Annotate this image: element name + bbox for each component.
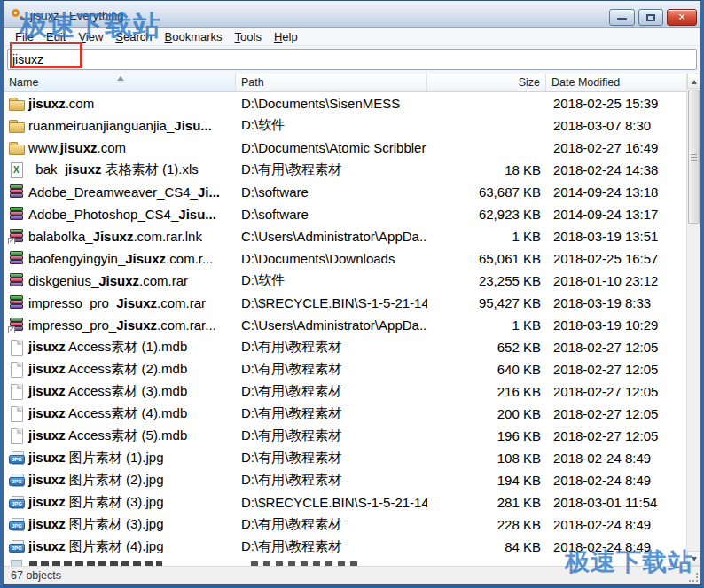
file-size: 63,687 KB — [427, 184, 546, 200]
column-header-date-modified[interactable]: Date Modified — [546, 74, 686, 91]
file-date-modified: 2018-03-01 11:54 — [546, 495, 686, 510]
file-path: D:\有用\教程素材 — [236, 361, 427, 378]
table-row[interactable]: jisuxz 图片素材 (4).jpg D:\有用\教程素材 84 KB 201… — [4, 536, 686, 558]
file-name: jisuxz 图片素材 (3).jpg — [28, 516, 164, 533]
menu-search[interactable]: Search — [109, 28, 158, 45]
file-path: D:\有用\教程素材 — [236, 472, 427, 489]
title-bar[interactable]: jisuxz - Everything ✕ — [0, 0, 704, 28]
table-row[interactable]: jisuxz.com D:\Documents\SisenMESS 2018-0… — [4, 92, 686, 114]
file-size: 18 KB — [427, 162, 546, 177]
table-row[interactable]: jisuxz Access素材 (5).mdb D:\有用\教程素材 196 K… — [4, 425, 686, 447]
menu-file[interactable]: File — [9, 28, 40, 45]
column-header-name[interactable]: Name — [4, 74, 236, 91]
file-name-cell: jisuxz 图片素材 (4).jpg — [4, 538, 236, 555]
file-path: D:\有用\教程素材 — [236, 383, 427, 400]
search-input[interactable] — [7, 49, 697, 70]
file-path: D:\Documents\Downloads — [236, 251, 427, 266]
file-name-cell: jisuxz Access素材 (3).mdb — [4, 383, 236, 400]
file-path: D:\有用\教程素材 — [236, 450, 427, 466]
everything-window: jisuxz - Everything ✕ File Edit View Sea… — [0, 0, 704, 588]
table-row[interactable]: balabolka_Jisuxz.com.rar.lnk C:\Users\Ad… — [4, 225, 686, 247]
table-row[interactable]: www.jisuxz.com D:\Documents\Atomic Scrib… — [4, 137, 686, 159]
file-date-modified: 2018-02-27 12:05 — [546, 428, 686, 443]
file-date-modified: 2018-02-27 12:05 — [546, 384, 686, 399]
document-icon — [9, 428, 24, 443]
file-name-cell: jisuxz 图片素材 (2).jpg — [4, 472, 236, 489]
vertical-scrollbar[interactable] — [686, 74, 700, 566]
file-path: D:\software — [236, 207, 427, 222]
magnifier-app-icon — [11, 8, 25, 22]
close-button[interactable]: ✕ — [667, 9, 697, 26]
menu-bookmarks[interactable]: Bookmarks — [159, 28, 229, 45]
file-date-modified: 2018-02-24 8:49 — [546, 451, 686, 466]
table-row[interactable]: jisuxz Access素材 (3).mdb D:\有用\教程素材 216 K… — [4, 380, 686, 403]
file-size: 84 KB — [427, 539, 546, 554]
maximize-icon — [646, 14, 655, 21]
table-row[interactable]: jisuxz Access素材 (1).mdb D:\有用\教程素材 652 K… — [4, 336, 686, 358]
table-row[interactable]: Adobe_Dreamweaver_CS4_Ji... D:\software … — [4, 181, 686, 203]
table-row[interactable]: Adobe_Photoshop_CS4_Jisu... D:\software … — [4, 203, 686, 225]
table-row[interactable]: impresso_pro_Jisuxz.com.rar D:\$RECYCLE.… — [4, 292, 686, 314]
file-path: C:\Users\Administrator\AppDa... — [236, 229, 427, 244]
table-row[interactable]: jisuxz 图片素材 (3).jpg D:\$RECYCLE.BIN\S-1-… — [4, 491, 686, 514]
file-size: 652 KB — [427, 340, 546, 355]
document-icon — [9, 384, 24, 399]
file-name-cell: jisuxz Access素材 (2).mdb — [4, 361, 236, 378]
scrollbar-thumb[interactable] — [688, 90, 700, 224]
file-name-cell: jisuxz 图片素材 (3).jpg — [4, 516, 236, 533]
table-row[interactable]: jisuxz 图片素材 (3).jpg D:\有用\教程素材 228 KB 20… — [4, 514, 686, 536]
file-name-cell: balabolka_Jisuxz.com.rar.lnk — [4, 229, 236, 244]
table-row[interactable]: jisuxz Access素材 (4).mdb D:\有用\教程素材 200 K… — [4, 403, 686, 425]
menu-help[interactable]: Help — [268, 28, 304, 45]
column-header-size[interactable]: Size — [427, 74, 546, 91]
file-name-cell: ruanmeiruanjianguanjia_Jisu... — [4, 118, 236, 133]
table-row[interactable]: baofengyingyin_Jisuxz.com.r... D:\Docume… — [4, 247, 686, 270]
file-name: _bak_jisuxz 表格素材 (1).xls — [28, 161, 199, 178]
file-name-cell: jisuxz Access素材 (5).mdb — [4, 427, 236, 444]
table-row[interactable]: _bak_jisuxz 表格素材 (1).xls D:\有用\教程素材 18 K… — [4, 159, 686, 181]
table-row[interactable]: jisuxz 图片素材 (1).jpg D:\有用\教程素材 108 KB 20… — [4, 447, 686, 469]
table-row[interactable]: jisuxz 图片素材 (2).jpg D:\有用\教程素材 194 KB 20… — [4, 469, 686, 491]
file-size: 640 KB — [427, 362, 546, 377]
rar-archive-icon — [9, 207, 24, 222]
file-path: D:\有用\教程素材 — [236, 405, 427, 422]
file-date-modified: 2018-02-24 8:49 — [546, 473, 686, 488]
file-name: ruanmeiruanjianguanjia_Jisu... — [28, 118, 212, 133]
partial-row[interactable] — [4, 558, 686, 566]
jpg-image-icon — [9, 517, 24, 532]
folder-icon — [9, 118, 24, 133]
file-date-modified: 2018-02-27 12:05 — [546, 340, 686, 355]
table-row[interactable]: jisuxz Access素材 (2).mdb D:\有用\教程素材 640 K… — [4, 358, 686, 380]
menu-tools[interactable]: Tools — [229, 28, 268, 45]
document-icon — [9, 340, 24, 355]
minimize-button[interactable] — [609, 9, 635, 26]
scroll-down-button[interactable] — [687, 551, 701, 566]
file-date-modified: 2018-02-27 16:49 — [546, 140, 686, 155]
table-row[interactable]: ruanmeiruanjianguanjia_Jisu... D:\软件 201… — [4, 114, 686, 137]
file-name: jisuxz Access素材 (1).mdb — [28, 339, 187, 356]
file-name-cell: _bak_jisuxz 表格素材 (1).xls — [4, 161, 236, 178]
file-name: diskgenius_Jisuxz.com.rar — [28, 273, 188, 288]
file-path: D:\$RECYCLE.BIN\S-1-5-21-14... — [236, 495, 427, 510]
file-name: www.jisuxz.com — [28, 140, 126, 155]
arrow-up-icon — [692, 80, 697, 84]
menu-view[interactable]: View — [72, 28, 109, 45]
menu-edit[interactable]: Edit — [40, 28, 72, 45]
rar-archive-icon — [9, 184, 24, 200]
file-path: D:\software — [236, 184, 427, 200]
file-name-cell: jisuxz Access素材 (1).mdb — [4, 339, 236, 356]
maximize-button[interactable] — [638, 9, 663, 26]
scroll-up-button[interactable] — [687, 74, 701, 89]
file-size: 1 KB — [427, 229, 546, 244]
file-name-cell: jisuxz 图片素材 (3).jpg — [4, 494, 236, 511]
file-name: jisuxz 图片素材 (2).jpg — [28, 472, 164, 489]
column-header-path[interactable]: Path — [236, 74, 427, 91]
table-row[interactable]: diskgenius_Jisuxz.com.rar D:\软件 23,255 K… — [4, 270, 686, 292]
table-row[interactable]: impresso_pro_Jisuxz.com.rar... C:\Users\… — [4, 314, 686, 336]
file-name-cell: jisuxz.com — [4, 96, 236, 111]
file-path: D:\有用\教程素材 — [236, 161, 427, 178]
file-name-cell: jisuxz Access素材 (4).mdb — [4, 405, 236, 422]
file-name: baofengyingyin_Jisuxz.com.r... — [28, 251, 213, 266]
file-path: D:\有用\教程素材 — [236, 516, 427, 533]
resize-grip-icon[interactable] — [688, 572, 699, 583]
